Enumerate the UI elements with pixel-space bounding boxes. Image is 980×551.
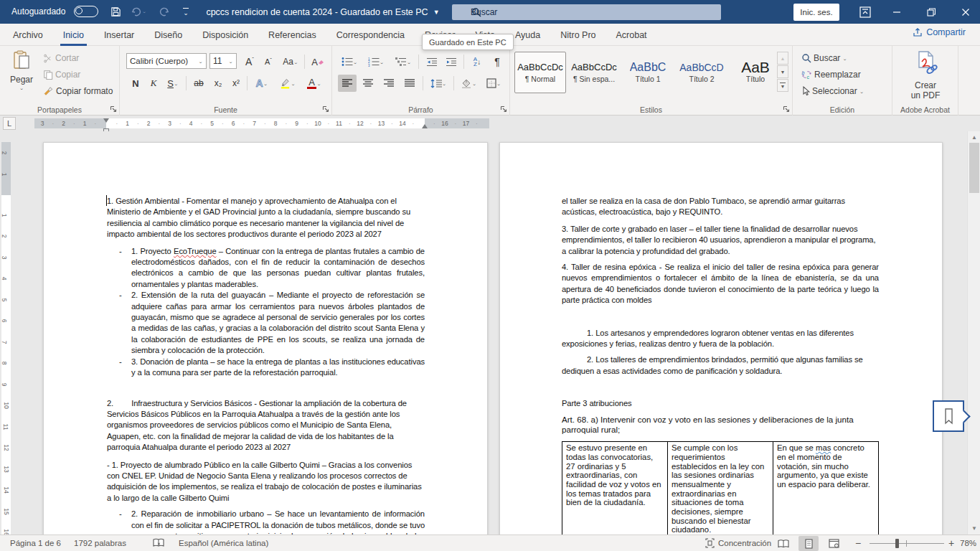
share-button[interactable]: Compartir [913, 27, 966, 37]
style-heading1[interactable]: AaBbC Título 1 [622, 52, 674, 93]
tab-archivo[interactable]: Archivo [11, 24, 44, 46]
sign-in-button[interactable]: Inic. ses. [793, 4, 839, 21]
bookmark-popup[interactable] [933, 400, 964, 432]
clear-formatting-button[interactable]: A [308, 53, 327, 70]
group-acrobat: Crear un PDF Adobe Acrobat [892, 46, 958, 116]
font-size-select[interactable]: 11⌄ [209, 53, 237, 69]
bold-button[interactable]: N [128, 75, 143, 92]
title-dropdown-icon[interactable]: ▼ [433, 9, 440, 16]
font-color-button[interactable]: A⌄ [303, 75, 326, 92]
tab-stop-selector[interactable]: L [3, 117, 16, 130]
style-no-spacing[interactable]: AaBbCcDc ¶ Sin espa... [568, 52, 620, 93]
tab-ayuda[interactable]: Ayuda [514, 24, 542, 46]
style-heading2[interactable]: AaBbCcD Título 2 [676, 52, 727, 93]
superscript-button[interactable]: x² [227, 75, 245, 92]
read-mode-button[interactable] [773, 536, 793, 551]
page-indicator[interactable]: Página 1 de 6 [10, 535, 61, 551]
bullets-button[interactable]: ⌄ [338, 53, 361, 70]
minimize-button[interactable] [885, 0, 908, 24]
scrollbar-thumb[interactable] [969, 143, 979, 193]
align-right-button[interactable] [380, 75, 398, 92]
multilevel-list-button[interactable]: ⌄ [391, 53, 415, 70]
styles-dialog-launcher-icon[interactable] [783, 105, 790, 113]
restore-button[interactable] [920, 0, 943, 24]
horizontal-ruler[interactable]: 3·2·1·1·2·3·4·5·6·7·8·9·10·11·12·13·14··… [34, 118, 489, 128]
close-button[interactable] [954, 0, 977, 24]
autosave-toggle[interactable] [74, 6, 98, 17]
highlight-color-button[interactable]: ⌄ [276, 75, 299, 92]
highlighter-icon [280, 77, 291, 89]
shrink-font-button[interactable]: Aˇ [260, 53, 277, 70]
focus-mode-button[interactable]: Concentración [705, 535, 771, 551]
zoom-slider-track[interactable] [870, 543, 944, 544]
scroll-down-icon[interactable]: ▼ [969, 522, 980, 534]
change-case-button[interactable]: Aa⌄ [280, 53, 301, 70]
proofing-errors-icon[interactable] [153, 535, 164, 551]
styles-scroll-down-icon[interactable]: ▼ [777, 65, 788, 78]
justify-icon [405, 79, 415, 88]
paragraph-dialog-launcher-icon[interactable] [500, 105, 507, 113]
style-title[interactable]: AaB Título [730, 52, 781, 93]
create-pdf-button[interactable]: Crear un PDF [892, 50, 958, 100]
justify-button[interactable] [400, 75, 419, 92]
redo-icon[interactable] [155, 4, 174, 20]
sort-button[interactable]: AZ↓ [467, 53, 487, 70]
right-indent-marker[interactable] [422, 124, 428, 128]
copy-icon [43, 70, 53, 80]
replace-button[interactable]: bc Reemplazar [801, 70, 861, 80]
vertical-ruler[interactable]: 2112345678910111213141516 [1, 142, 11, 534]
increase-indent-button[interactable] [442, 53, 461, 70]
borders-button[interactable]: ⌄ [482, 75, 505, 92]
numbering-button[interactable]: 123⌄ [364, 53, 388, 70]
find-button[interactable]: Buscar⌄ [801, 53, 847, 63]
zoom-level[interactable]: 78% [960, 535, 976, 551]
page-2[interactable]: el taller se realiza en la casa de don P… [499, 142, 943, 534]
tab-referencias[interactable]: Referencias [267, 24, 318, 46]
scroll-up-icon[interactable]: ▲ [969, 131, 980, 143]
paste-button[interactable]: Pegar ⌄ [6, 50, 37, 102]
strikethrough-button[interactable]: ab [189, 75, 208, 92]
select-button[interactable]: Seleccionar⌄ [801, 86, 864, 96]
save-icon[interactable] [106, 4, 125, 20]
line-spacing-button[interactable]: ⌄ [426, 75, 451, 92]
tab-nitro-pro[interactable]: Nitro Pro [559, 24, 597, 46]
styles-gallery-more-icon[interactable]: ▼ [777, 79, 788, 92]
tab-correspondencia[interactable]: Correspondencia [335, 24, 406, 46]
zoom-out-button[interactable]: − [855, 535, 861, 551]
text-effects-button[interactable]: A⌄ [251, 75, 273, 92]
pilcrow-button[interactable]: ¶ [489, 53, 506, 70]
search-bar[interactable] [452, 4, 721, 20]
tab-insertar[interactable]: Insertar [103, 24, 136, 46]
zoom-slider-thumb[interactable] [895, 539, 899, 548]
align-left-button[interactable] [338, 75, 357, 92]
tab-diseno[interactable]: Diseño [153, 24, 184, 46]
shading-button[interactable]: ⌄ [457, 75, 480, 92]
font-dialog-launcher-icon[interactable] [322, 105, 329, 113]
language-indicator[interactable]: Español (América latina) [179, 535, 268, 551]
underline-button[interactable]: S⌄ [162, 75, 184, 92]
table-cell: Se cumple con los requerimientos estable… [668, 442, 773, 534]
clipboard-dialog-launcher-icon[interactable] [110, 105, 117, 113]
grow-font-button[interactable]: Aˆ [241, 53, 258, 70]
tab-inicio[interactable]: Inicio [62, 24, 85, 46]
web-layout-button[interactable] [824, 536, 844, 551]
print-layout-button[interactable] [798, 536, 819, 551]
format-painter-button[interactable]: Copiar formato [43, 86, 113, 96]
zoom-in-button[interactable]: + [948, 535, 954, 551]
word-count[interactable]: 1792 palabras [74, 535, 126, 551]
tab-disposicion[interactable]: Disposición [201, 24, 250, 46]
search-input[interactable] [471, 7, 686, 17]
tab-acrobat[interactable]: Acrobat [615, 24, 649, 46]
align-center-button[interactable] [359, 75, 377, 92]
subscript-button[interactable]: x₂ [209, 75, 227, 92]
font-name-select[interactable]: Calibri (Cuerpo)⌄ [126, 53, 207, 69]
decrease-indent-button[interactable] [423, 53, 441, 70]
styles-scroll-up-icon[interactable]: ▲ [777, 52, 788, 65]
style-normal[interactable]: AaBbCcDc ¶ Normal [514, 52, 566, 93]
page-1[interactable]: 1. Gestión Ambiental - Fomentar el manej… [43, 142, 488, 534]
first-line-indent-marker[interactable] [103, 118, 109, 123]
undo-icon[interactable]: ⌄ [129, 4, 148, 20]
italic-button[interactable]: K [146, 75, 161, 92]
ribbon-display-options-icon[interactable] [854, 0, 877, 24]
vertical-scrollbar[interactable]: ▲ ▼ [967, 131, 980, 534]
